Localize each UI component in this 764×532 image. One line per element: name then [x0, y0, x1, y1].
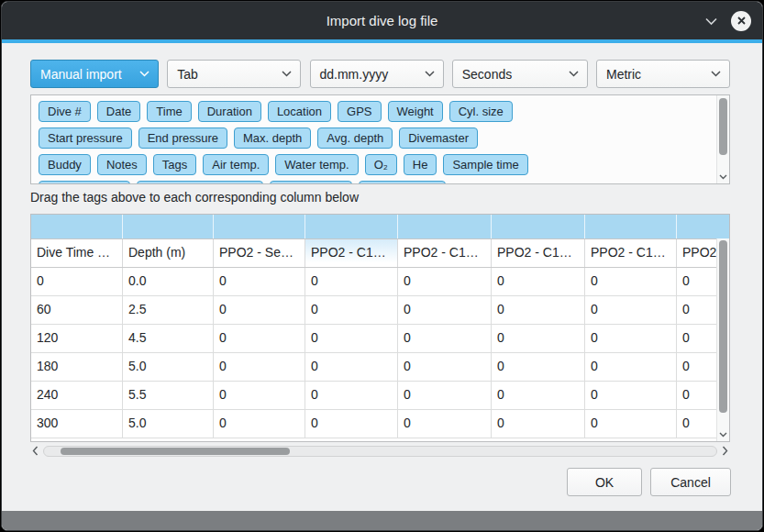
tag-gps[interactable]: GPS [338, 101, 381, 122]
tag-notes[interactable]: Notes [97, 154, 147, 175]
tag-sample-cns[interactable]: Sample CNS [359, 181, 446, 184]
scroll-down-icon[interactable] [717, 171, 729, 183]
titlebar-chevron-down-icon[interactable] [704, 17, 718, 26]
table-cell[interactable]: 2.5 [123, 296, 214, 324]
table-cell[interactable]: 0 [398, 325, 492, 352]
column-drop-target[interactable] [305, 215, 398, 238]
table-cell[interactable]: 0 [492, 353, 585, 381]
table-cell[interactable]: 0 [492, 325, 585, 352]
table-cell[interactable]: 0 [585, 325, 677, 352]
column-header[interactable]: PPO2 - Se… [214, 239, 305, 267]
titlebar[interactable]: Import dive log file [2, 2, 762, 39]
table-cell[interactable]: 0 [492, 296, 585, 324]
table-cell[interactable]: 0 [305, 296, 398, 324]
table-cell[interactable]: 0 [492, 268, 585, 295]
tag-he[interactable]: He [404, 154, 437, 175]
scroll-left-icon[interactable] [30, 446, 40, 457]
table-cell[interactable]: 60 [31, 296, 123, 324]
scroll-right-icon[interactable] [720, 446, 730, 457]
column-header[interactable]: PPO2 - C1… [492, 239, 585, 267]
table-cell[interactable]: 0 [305, 353, 398, 381]
table-cell[interactable]: 0 [492, 410, 585, 438]
dropdown-time-units[interactable]: Seconds [452, 60, 588, 88]
table-cell[interactable]: 0 [585, 410, 677, 438]
table-cell[interactable]: 5.0 [123, 410, 214, 438]
tag-buddy[interactable]: Buddy [39, 154, 91, 175]
tag-max-depth[interactable]: Max. depth [234, 127, 311, 149]
table-scrollbar[interactable] [716, 238, 729, 441]
table-cell[interactable]: 0 [214, 325, 305, 352]
tagbox-scrollbar[interactable] [716, 95, 729, 183]
table-cell[interactable]: 0 [305, 382, 398, 409]
tag-sample-depth[interactable]: Sample depth [39, 181, 130, 184]
table-cell[interactable]: 180 [31, 353, 123, 381]
table-cell[interactable]: 0 [492, 382, 585, 409]
table-horizontal-scrollbar[interactable] [30, 444, 730, 458]
tag-time[interactable]: Time [147, 101, 191, 122]
table-cell[interactable]: 0 [585, 382, 677, 409]
tag-location[interactable]: Location [268, 101, 331, 122]
table-cell[interactable]: 0 [585, 268, 677, 295]
tag-avg-depth[interactable]: Avg. depth [317, 127, 393, 149]
table-cell[interactable]: 0 [214, 268, 305, 295]
table-cell[interactable]: 0 [398, 296, 492, 324]
table-cell[interactable]: 0 [305, 325, 398, 352]
table-cell[interactable]: 300 [31, 410, 123, 438]
cancel-button[interactable]: Cancel [650, 468, 731, 496]
table-cell[interactable]: 0 [214, 353, 305, 381]
column-header[interactable]: Depth (m) [123, 239, 214, 267]
column-drop-target[interactable] [123, 215, 214, 238]
table-cell[interactable]: 5.0 [123, 353, 214, 381]
tag-date[interactable]: Date [97, 101, 140, 122]
column-header[interactable]: PPO2 - C1… [398, 239, 492, 267]
tag-dive[interactable]: Dive # [39, 101, 91, 122]
tag-water-temp[interactable]: Water temp. [275, 154, 358, 175]
tag-o[interactable]: O₂ [365, 154, 397, 175]
tag-tags[interactable]: Tags [153, 154, 196, 175]
scroll-down-icon[interactable] [717, 428, 729, 440]
tag-end-pressure[interactable]: End pressure [138, 127, 227, 149]
tag-duration[interactable]: Duration [198, 101, 261, 122]
table-cell[interactable]: 0 [305, 410, 398, 438]
table-cell[interactable]: 240 [31, 382, 123, 409]
column-header[interactable]: PPO2 - C1… [585, 239, 677, 267]
table-cell[interactable]: 0 [398, 353, 492, 381]
ok-button[interactable]: OK [567, 468, 642, 496]
close-icon[interactable] [731, 11, 751, 31]
table-cell[interactable]: 0 [398, 382, 492, 409]
table-cell[interactable]: 0 [398, 268, 492, 295]
table-cell[interactable]: 0 [585, 296, 677, 324]
dropdown-date-format[interactable]: dd.mm.yyyy [310, 60, 444, 88]
tag-sample-time[interactable]: Sample time [443, 154, 527, 175]
table-cell[interactable]: 0.0 [123, 268, 214, 295]
table-cell[interactable]: 5.5 [123, 382, 214, 409]
table-cell[interactable]: 0 [214, 296, 305, 324]
horizontal-scroll-track[interactable] [43, 446, 717, 457]
column-drop-target[interactable] [31, 215, 123, 238]
table-cell[interactable]: 120 [31, 325, 123, 352]
tag-start-pressure[interactable]: Start pressure [39, 127, 132, 149]
dropdown-import-mode[interactable]: Manual import [30, 60, 159, 88]
table-cell[interactable]: 0 [214, 410, 305, 438]
tagbox-scrollbar-thumb[interactable] [719, 98, 727, 155]
column-drop-target[interactable] [492, 215, 585, 238]
column-header[interactable]: PPO2 - C1… [305, 239, 398, 267]
table-cell[interactable]: 0 [31, 268, 123, 295]
horizontal-scroll-thumb[interactable] [61, 448, 290, 455]
dropdown-separator[interactable]: Tab [167, 60, 301, 88]
column-drop-target[interactable] [214, 215, 305, 238]
tag-sample-po[interactable]: Sample pO₂ [270, 181, 352, 184]
tag-cyl-size[interactable]: Cyl. size [449, 101, 513, 122]
tag-sample-temperature[interactable]: Sample temperature [137, 181, 263, 184]
table-cell[interactable]: 0 [585, 353, 677, 381]
tag-divemaster[interactable]: Divemaster [399, 127, 478, 149]
table-cell[interactable]: 0 [305, 268, 398, 295]
tag-air-temp[interactable]: Air temp. [203, 154, 269, 175]
column-header[interactable]: Dive Time … [31, 239, 123, 267]
column-drop-target[interactable] [677, 215, 730, 238]
table-cell[interactable]: 0 [398, 410, 492, 438]
table-cell[interactable]: 4.5 [123, 325, 214, 352]
column-drop-target[interactable] [398, 215, 492, 238]
dropdown-units[interactable]: Metric [596, 60, 730, 88]
tag-weight[interactable]: Weight [388, 101, 443, 122]
